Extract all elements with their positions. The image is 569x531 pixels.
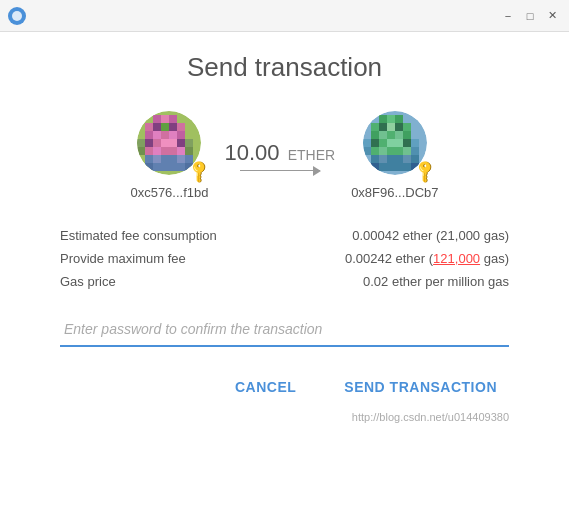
detail-row-2: Gas price 0.02 ether per million gas bbox=[60, 270, 509, 293]
arrow-line bbox=[240, 170, 320, 171]
svg-rect-30 bbox=[161, 155, 177, 163]
window-controls: − □ ✕ bbox=[499, 7, 561, 25]
fee-label-2: Gas price bbox=[60, 274, 116, 289]
svg-rect-68 bbox=[371, 163, 379, 171]
close-button[interactable]: ✕ bbox=[543, 7, 561, 25]
sender-avatar-wrapper: 🔑 bbox=[137, 111, 201, 179]
svg-rect-23 bbox=[145, 147, 153, 155]
svg-rect-39 bbox=[387, 115, 395, 123]
svg-rect-8 bbox=[161, 123, 169, 131]
minimize-button[interactable]: − bbox=[499, 7, 517, 25]
svg-rect-3 bbox=[153, 115, 161, 123]
amount-display: 10.00 ETHER bbox=[224, 140, 335, 166]
svg-rect-31 bbox=[177, 155, 185, 163]
buttons-row: CANCEL SEND TRANSACTION bbox=[60, 371, 509, 403]
svg-rect-63 bbox=[371, 155, 379, 163]
svg-rect-65 bbox=[387, 155, 403, 163]
svg-rect-25 bbox=[161, 147, 177, 155]
svg-rect-46 bbox=[371, 131, 379, 139]
svg-rect-13 bbox=[161, 131, 169, 139]
recipient-avatar-wrapper: 🔑 bbox=[363, 111, 427, 179]
arrow-bar bbox=[240, 170, 320, 171]
svg-rect-67 bbox=[411, 155, 419, 163]
svg-rect-59 bbox=[379, 147, 387, 155]
svg-rect-51 bbox=[363, 139, 371, 147]
svg-rect-64 bbox=[379, 155, 387, 163]
svg-rect-19 bbox=[161, 139, 177, 147]
svg-rect-56 bbox=[411, 139, 419, 147]
sender-group: 🔑 0xc576...f1bd bbox=[130, 111, 208, 200]
svg-rect-14 bbox=[169, 131, 177, 139]
password-input[interactable] bbox=[60, 313, 509, 347]
maximize-button[interactable]: □ bbox=[521, 7, 539, 25]
svg-rect-9 bbox=[169, 123, 177, 131]
detail-row-0: Estimated fee consumption 0.00042 ether … bbox=[60, 224, 509, 247]
cancel-button[interactable]: CANCEL bbox=[223, 371, 308, 403]
fee-value-0: 0.00042 ether (21,000 gas) bbox=[352, 228, 509, 243]
amount-unit: ETHER bbox=[288, 147, 335, 163]
svg-rect-53 bbox=[379, 139, 387, 147]
svg-rect-61 bbox=[403, 147, 411, 155]
svg-rect-54 bbox=[387, 139, 403, 147]
svg-rect-10 bbox=[177, 123, 185, 131]
svg-rect-45 bbox=[403, 123, 411, 131]
svg-point-0 bbox=[12, 11, 22, 21]
svg-rect-28 bbox=[145, 155, 153, 163]
dialog-content: Send transaction bbox=[0, 32, 569, 531]
password-section bbox=[60, 313, 509, 347]
svg-rect-66 bbox=[403, 155, 411, 163]
svg-rect-44 bbox=[395, 123, 403, 131]
transaction-row: 🔑 0xc576...f1bd 10.00 ETHER bbox=[60, 111, 509, 200]
svg-rect-34 bbox=[153, 163, 185, 171]
app-icon bbox=[8, 7, 26, 25]
svg-rect-27 bbox=[185, 147, 193, 155]
svg-rect-62 bbox=[411, 147, 419, 155]
fee-label-0: Estimated fee consumption bbox=[60, 228, 217, 243]
send-transaction-button[interactable]: SEND TRANSACTION bbox=[332, 371, 509, 403]
svg-rect-7 bbox=[153, 123, 161, 131]
svg-rect-22 bbox=[137, 147, 145, 155]
detail-row-1: Provide maximum fee 0.00242 ether (121,0… bbox=[60, 247, 509, 270]
svg-rect-40 bbox=[395, 115, 403, 123]
svg-rect-49 bbox=[395, 131, 403, 139]
svg-rect-50 bbox=[403, 131, 411, 139]
svg-rect-60 bbox=[387, 147, 403, 155]
svg-rect-6 bbox=[145, 123, 153, 131]
amount-value: 10.00 bbox=[224, 140, 279, 165]
fee-label-1: Provide maximum fee bbox=[60, 251, 186, 266]
svg-rect-33 bbox=[145, 163, 153, 171]
svg-rect-47 bbox=[379, 131, 387, 139]
svg-rect-48 bbox=[387, 131, 395, 139]
arrow-amount: 10.00 ETHER bbox=[224, 140, 335, 171]
svg-rect-69 bbox=[379, 163, 411, 171]
svg-rect-41 bbox=[371, 123, 379, 131]
svg-rect-20 bbox=[177, 139, 185, 147]
svg-rect-26 bbox=[177, 147, 185, 155]
svg-rect-5 bbox=[169, 115, 177, 123]
fee-highlight-1[interactable]: 121,000 bbox=[433, 251, 480, 266]
svg-rect-12 bbox=[153, 131, 161, 139]
title-bar-left bbox=[8, 7, 26, 25]
fee-value-1-prefix: 0.00242 ether ( bbox=[345, 251, 433, 266]
recipient-group: 🔑 0x8F96...DCb7 bbox=[351, 111, 438, 200]
title-bar: − □ ✕ bbox=[0, 0, 569, 32]
svg-rect-52 bbox=[371, 139, 379, 147]
svg-rect-42 bbox=[379, 123, 387, 131]
svg-rect-38 bbox=[379, 115, 387, 123]
svg-rect-15 bbox=[177, 131, 185, 139]
svg-rect-32 bbox=[185, 155, 193, 163]
svg-rect-16 bbox=[137, 139, 145, 147]
svg-rect-4 bbox=[161, 115, 169, 123]
svg-rect-17 bbox=[145, 139, 153, 147]
svg-rect-18 bbox=[153, 139, 161, 147]
watermark: http://blog.csdn.net/u014409380 bbox=[60, 411, 509, 423]
svg-rect-24 bbox=[153, 147, 161, 155]
svg-rect-58 bbox=[371, 147, 379, 155]
svg-rect-55 bbox=[403, 139, 411, 147]
fee-details: Estimated fee consumption 0.00042 ether … bbox=[60, 224, 509, 293]
fee-value-2: 0.02 ether per million gas bbox=[363, 274, 509, 289]
svg-rect-29 bbox=[153, 155, 161, 163]
recipient-address: 0x8F96...DCb7 bbox=[351, 185, 438, 200]
svg-rect-11 bbox=[145, 131, 153, 139]
svg-rect-57 bbox=[363, 147, 371, 155]
